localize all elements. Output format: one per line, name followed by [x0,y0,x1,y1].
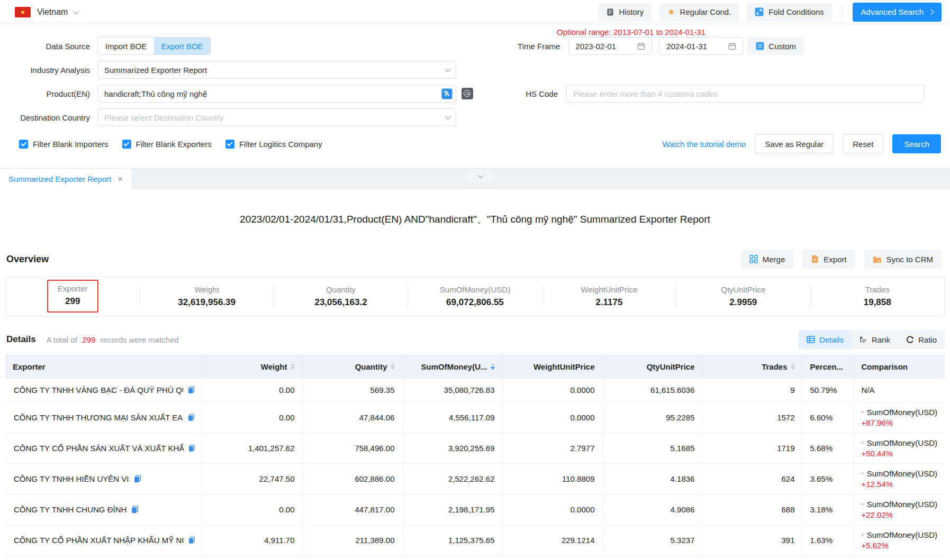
details-header: Details A total of 299 records were matc… [6,330,945,349]
regular-cond-button[interactable]: Regular Cond. [659,3,739,21]
export-boe-option[interactable]: Export BOE [154,38,210,54]
qup-cell: 5.1685 [602,433,702,463]
save-as-regular-button[interactable]: Save as Regular [755,134,834,153]
merge-button[interactable]: Merge [741,250,794,269]
view-details-button[interactable]: Details [799,330,852,349]
overview-title: Overview [6,254,49,265]
import-boe-option[interactable]: Import BOE [98,38,154,54]
reset-button[interactable]: Reset [843,134,883,153]
trades-cell: 1719 [702,433,802,463]
calendar-icon [637,42,645,50]
sync-to-crm-label: Sync to CRM [886,255,933,264]
chevron-down-icon[interactable] [73,8,79,14]
matched-count: 299 [82,335,95,344]
star-icon [667,7,675,16]
filter-checkboxes: Filter Blank Importers Filter Blank Expo… [19,140,322,149]
advanced-search-label: Advanced Search [861,7,924,16]
exporter-name[interactable]: CÔNG TY TNHH THƯƠNG MẠI SẢN XUẤT EAG... [14,413,183,422]
expand-conditions-button[interactable] [465,169,495,183]
quantity-cell: 211,389.00 [302,525,402,555]
view-rank-button[interactable]: Rank [852,330,898,349]
stat-label: SumOfMoney(USD) [440,285,510,294]
industry-analysis-select[interactable]: Summarized Exporter Report [97,61,456,79]
export-icon [811,255,819,263]
details-table-icon [807,336,815,343]
comparison-cell: SumOfMoney(USD)+87.96% [854,402,945,433]
stat-value: 2.9959 [729,297,757,308]
filter-blank-exporters-checkbox[interactable]: Filter Blank Exporters [122,140,212,149]
advanced-search-button[interactable]: Advanced Search [853,3,942,22]
filter-blank-exporters-label: Filter Blank Exporters [136,140,212,149]
exporter-name[interactable]: CÔNG TY CỔ PHẦN SẢN XUẤT VÀ XUẤT KHẨU ..… [14,444,184,453]
filter-logistics-company-checkbox[interactable]: Filter Logitics Company [225,140,322,149]
fold-conditions-button[interactable]: Fold Conditions [747,3,831,21]
stat-qty-unit-price: QtyUnitPrice 2.9959 [676,285,810,308]
comparison-metric: SumOfMoney(USD) [867,469,937,478]
country-selector-label[interactable]: Vietnam [37,7,68,17]
company-copy-icon[interactable] [188,536,195,544]
tab-summarized-exporter-report[interactable]: Summarized Exporter Report [0,169,131,189]
company-copy-icon[interactable] [131,506,139,513]
sort-icon[interactable] [791,363,795,370]
search-button[interactable]: Search [892,134,941,153]
company-copy-icon[interactable] [188,414,195,421]
history-label: History [619,7,644,16]
form-actions: Watch the tutorial demo Save as Regular … [663,134,941,153]
exporter-name[interactable]: CÔNG TY TNHH CHUNG ĐỈNH [14,505,126,514]
sum-cell: 2,198,171.95 [402,494,502,525]
company-copy-icon[interactable] [134,475,141,483]
vietnam-flag-icon: ★ [15,7,31,17]
date-to-input[interactable]: 2024-01-31 [659,37,743,55]
stat-label: Trades [865,285,890,294]
destination-country-select[interactable]: Please select Destination Country [97,108,456,126]
hs-code-input[interactable] [566,85,924,103]
view-rank-label: Rank [872,335,890,344]
sort-icon[interactable] [391,363,395,370]
col-percent: Percen... [802,354,854,379]
stat-exporter-highlight-box: Exporter 299 [47,280,98,313]
table-row: CÔNG TY CỔ PHẦN SẢN XUẤT VÀ XUẤT KHẨU ..… [5,433,945,463]
fold-conditions-label: Fold Conditions [768,7,824,16]
company-copy-icon[interactable] [188,386,195,394]
sort-icon[interactable] [291,363,295,370]
qup-cell: 4.1836 [602,463,702,494]
view-ratio-button[interactable]: Ratio [898,330,945,349]
filter-blank-importers-checkbox[interactable]: Filter Blank Importers [19,140,108,149]
date-from-input[interactable]: 2023-02-01 [568,37,652,55]
exporter-name[interactable]: CÔNG TY CỔ PHẦN XUẤT NHẬP KHẨU MỸ NGH... [14,536,184,545]
col-quantity[interactable]: Quantity [302,354,402,379]
wup-cell: 2.7977 [502,433,602,463]
sum-cell: 35,080,726.83 [402,379,502,402]
exporter-name[interactable]: CÔNG TY TNHH HIỀN UYÊN VI [14,474,129,483]
translate-icon[interactable]: A [441,88,453,99]
top-bar: ★ Vietnam History Regular Cond. Fold Con… [0,0,950,24]
qup-cell: 61,615.6036 [602,379,702,402]
svg-text:A: A [445,90,449,98]
date-to-value: 2024-01-31 [666,42,707,51]
sort-icon-active-desc[interactable] [491,363,495,370]
comparison-change: +87.96% [862,418,938,427]
col-sum-of-money[interactable]: SumOfMoney(U... [402,354,502,379]
details-table: Exporter Weight Quantity SumOfMoney(U...… [5,354,945,556]
product-input[interactable] [97,85,456,103]
history-button[interactable]: History [598,3,652,21]
comparison-change: +22.02% [862,510,938,519]
table-row: CÔNG TY TNHH CHUNG ĐỈNH 0.00 447,817.00 … [5,494,945,525]
sync-to-crm-button[interactable]: Sync to CRM [864,250,942,269]
comparison-cell: SumOfMoney(USD)+22.02% [854,494,945,525]
company-copy-icon[interactable] [188,444,195,452]
comparison-metric: SumOfMoney(USD) [867,530,937,539]
custom-label: Custom [768,42,796,51]
exact-match-icon[interactable] [462,88,473,99]
col-trades[interactable]: Trades [702,354,802,379]
table-row: CÔNG TY TNHH THƯƠNG MẠI SẢN XUẤT EAG... … [5,402,945,433]
exporter-name[interactable]: CÔNG TY TNHH VÀNG BẠC - ĐÁ QUÝ PHÚ QUÝ [14,385,183,394]
tutorial-demo-link[interactable]: Watch the tutorial demo [663,140,746,149]
custom-range-button[interactable]: Custom [747,37,804,55]
export-button[interactable]: Export [802,250,855,269]
col-weight[interactable]: Weight [203,354,302,379]
qup-cell: 5.3237 [602,525,702,555]
percent-cell: 5.68% [802,433,854,463]
search-form: Optional range: 2013-07-01 to 2024-01-31… [0,24,950,168]
close-icon[interactable] [117,175,123,183]
